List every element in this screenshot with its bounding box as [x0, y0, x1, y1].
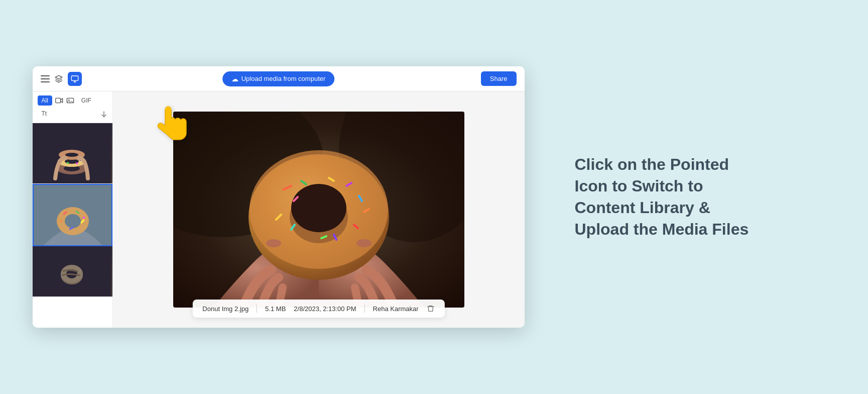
main-content: Donut Img 2.jpg 5.1 MB 2/8/2023, 2:13:00… [113, 91, 525, 328]
header-right: Share [481, 71, 517, 86]
thumbnail-item[interactable] [33, 184, 112, 246]
upload-icon: ☁ [231, 75, 238, 83]
instruction-line3: Content Library & [575, 199, 710, 217]
sidebar: All [33, 91, 113, 328]
svg-point-48 [266, 239, 281, 247]
svg-point-22 [60, 220, 62, 222]
info-divider-2 [364, 305, 365, 313]
svg-point-10 [65, 153, 78, 157]
app-window: ☁ Upload media from computer Share All [33, 66, 525, 328]
filter-tab-all[interactable]: All [38, 95, 52, 106]
thumbnail-image-2 [34, 185, 111, 245]
image-date: 2/8/2023, 2:13:00 PM [294, 305, 356, 313]
image-filename: Donut Img 2.jpg [202, 305, 249, 313]
header-center: ☁ Upload media from computer [222, 71, 335, 86]
svg-point-23 [83, 217, 85, 219]
delete-icon[interactable] [427, 305, 435, 313]
filter-tab-gif[interactable]: GIF [77, 95, 95, 106]
filter-tabs: All [33, 91, 112, 123]
svg-point-49 [356, 239, 371, 247]
instruction-line1: Click on the Pointed [575, 155, 729, 173]
upload-label: Upload media from computer [241, 75, 326, 82]
thumbnail-list [33, 123, 112, 328]
filter-sort-button[interactable] [100, 110, 107, 117]
thumbnail-item[interactable] [33, 123, 112, 184]
instruction-text: Click on the Pointed Icon to Switch to C… [575, 154, 749, 241]
filter-tab-image[interactable] [66, 97, 74, 104]
svg-point-35 [291, 184, 346, 232]
hamburger-icon[interactable] [41, 75, 50, 82]
svg-point-17 [65, 214, 81, 228]
filter-tab-video[interactable] [55, 97, 63, 104]
main-image-container [173, 112, 464, 308]
share-button[interactable]: Share [481, 71, 517, 86]
svg-point-13 [67, 162, 69, 164]
svg-rect-1 [56, 98, 61, 103]
upload-button[interactable]: ☁ Upload media from computer [222, 71, 335, 86]
filter-tab-text[interactable]: Tt [38, 109, 51, 119]
svg-point-14 [76, 162, 78, 164]
thumbnail-item[interactable] [33, 246, 112, 297]
thumbnail-image-1 [33, 123, 112, 183]
header-left [41, 72, 82, 86]
monitor-icon[interactable] [68, 72, 82, 86]
thumbnail-image-3 [33, 246, 112, 297]
app-header: ☁ Upload media from computer Share [33, 66, 525, 91]
instruction-line4: Upload the Media Files [575, 220, 749, 238]
layers-icon[interactable] [55, 75, 63, 83]
info-divider-1 [257, 305, 257, 313]
svg-rect-0 [71, 76, 78, 80]
image-author: Reha Karmakar [373, 305, 419, 313]
instruction-panel: Click on the Pointed Icon to Switch to C… [555, 154, 836, 241]
image-info-bar: Donut Img 2.jpg 5.1 MB 2/8/2023, 2:13:00… [192, 300, 444, 318]
page-wrapper: ☁ Upload media from computer Share All [33, 66, 836, 328]
image-size: 5.1 MB [265, 305, 286, 313]
instruction-line2: Icon to Switch to [575, 177, 703, 195]
main-donut-image [173, 112, 464, 308]
app-body: All [33, 91, 525, 328]
